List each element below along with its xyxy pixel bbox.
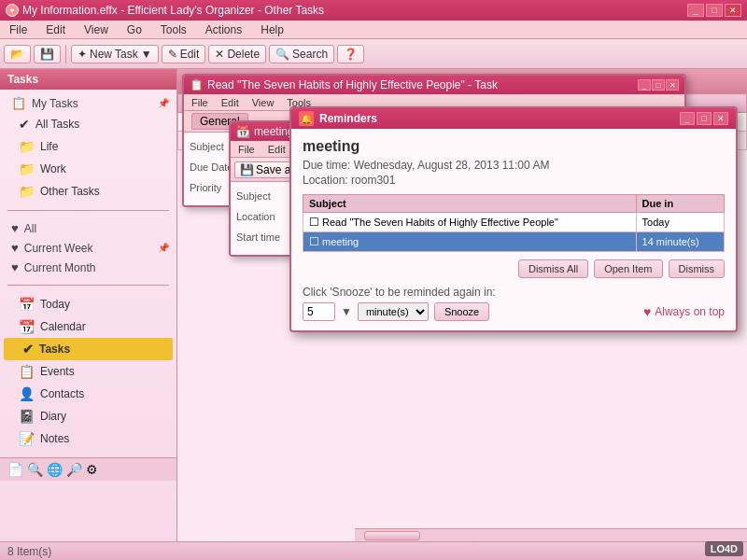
sidebar-item-other-tasks[interactable]: 📁 Other Tasks [0,180,176,203]
menu-bar: File Edit View Go Tools Actions Help [0,21,747,39]
minimize-button[interactable]: _ [687,4,704,17]
dropdown-arrow: ▼ [141,48,152,61]
sidebar-tb-search[interactable]: 🔍 [27,462,43,477]
content-area: Other Tasks ☐ Subject Due Date Priority … [177,69,747,560]
menu-file[interactable]: File [4,22,33,37]
dismiss-all-button[interactable]: Dismiss All [518,259,588,278]
nav-notes[interactable]: 📝 Notes [0,427,176,450]
menu-edit[interactable]: Edit [40,22,71,37]
maximize-button[interactable]: □ [706,4,723,17]
reminder-titlebar: 🔔 Reminders _ □ ✕ [291,108,736,129]
nav-contacts[interactable]: 👤 Contacts [0,383,176,405]
reminder-event-name: meeting [303,138,725,155]
events-icon: 📋 [19,364,35,379]
help-button[interactable]: ❓ [337,45,364,63]
reminder-close[interactable]: ✕ [713,112,728,125]
window-title: My Information.effx - Efficient Lady's O… [22,4,324,17]
snooze-dropdown-arrow[interactable]: ▼ [341,305,352,318]
nav-section: 📅 Today 📆 Calendar ✔ Tasks 📋 Events 👤 Co… [0,289,176,454]
sidebar-item-work[interactable]: 📁 Work [0,158,176,180]
nav-calendar[interactable]: 📆 Calendar [0,315,176,338]
edit-icon: ✎ [168,48,177,61]
sidebar-tb-settings[interactable]: ⚙ [86,462,98,477]
reminder-row-1[interactable]: ☐ Read "The Seven Habits of Highly Effec… [303,213,725,232]
menu-actions[interactable]: Actions [200,22,247,37]
reminder-controls[interactable]: _ □ ✕ [680,112,728,125]
status-bar: 8 Item(s) [0,541,747,560]
task-window-controls[interactable]: _ □ ✕ [638,79,679,91]
close-button[interactable]: ✕ [725,4,741,17]
status-text: 8 Item(s) [7,545,51,558]
new-task-icon: ✦ [78,48,87,61]
sidebar-my-tasks[interactable]: 📋 My Tasks 📌 [0,93,176,113]
tasks-icon: ✔ [22,342,34,357]
reminder-window: 🔔 Reminders _ □ ✕ meeting Due time: Wedn… [289,106,738,332]
always-on-top-toggle[interactable]: ♥ Always on top [643,304,725,319]
toolbar-btn-generic2[interactable]: 💾 [34,45,61,63]
event-menu-edit[interactable]: Edit [264,144,289,155]
title-bar-controls[interactable]: _ □ ✕ [687,4,741,17]
separator1 [65,45,66,63]
sidebar-tb-find[interactable]: 🔎 [66,462,82,477]
menu-go[interactable]: Go [121,22,148,37]
reminder-minimize[interactable]: _ [680,112,695,125]
folder-work-icon: 📁 [19,161,35,176]
filter-all[interactable]: ♥ All [0,218,176,238]
filter-current-week[interactable]: ♥ Current Week 📌 [0,238,176,258]
main-layout: Tasks 📋 My Tasks 📌 ✔ All Tasks 📁 Life 📁 … [0,69,747,560]
toolbar-btn-generic1[interactable]: 📂 [4,45,31,63]
folder-life-icon: 📁 [19,139,35,154]
rem-col-due: Due in [636,195,724,213]
menu-view[interactable]: View [78,22,114,37]
search-button[interactable]: 🔍 Search [269,45,334,63]
filter-section: ♥ All ♥ Current Week 📌 ♥ Current Month [0,215,176,281]
sidebar-tb-new[interactable]: 📄 [7,462,23,477]
my-tasks-section: 📋 My Tasks 📌 ✔ All Tasks 📁 Life 📁 Work 📁… [0,90,176,206]
folder-icon: 📂 [10,48,24,61]
menu-help[interactable]: Help [255,22,289,37]
snooze-button[interactable]: Snooze [434,302,489,321]
reminder-row-2[interactable]: ☐ meeting 14 minute(s) [303,232,725,252]
menu-tools[interactable]: Tools [155,22,192,37]
snooze-value-input[interactable] [303,302,335,321]
search-icon: 🔍 [275,48,289,61]
sidebar-tb-web[interactable]: 🌐 [47,462,63,477]
nav-events[interactable]: 📋 Events [0,360,176,383]
task-close[interactable]: ✕ [666,79,679,91]
task-maximize[interactable]: □ [652,79,665,91]
open-item-button[interactable]: Open Item [594,259,662,278]
task-menu-file[interactable]: File [188,97,212,108]
sidebar-divider2 [7,285,169,286]
delete-button[interactable]: ✕ Delete [208,45,266,63]
pin-icon: 📌 [158,98,169,108]
reminder-maximize[interactable]: □ [697,112,712,125]
heart-icon-all: ♥ [11,221,19,235]
sidebar-item-life[interactable]: 📁 Life [0,135,176,158]
nav-tasks[interactable]: ✔ Tasks [4,338,173,360]
filter-current-month[interactable]: ♥ Current Month [0,258,176,277]
notes-icon: 📝 [19,431,35,446]
task-minimize[interactable]: _ [638,79,651,91]
today-icon: 📅 [19,297,35,312]
scrollbar-thumb[interactable] [364,531,420,540]
task-menu-edit[interactable]: Edit [218,97,243,108]
event-menu-file[interactable]: File [234,144,259,155]
new-task-button[interactable]: ✦ New Task ▼ [71,45,159,63]
sidebar-item-all-tasks[interactable]: ✔ All Tasks [0,113,176,135]
snooze-label: Click 'Snooze' to be reminded again in: [303,286,496,299]
snooze-unit-select[interactable]: minute(s) hour(s) [358,302,429,321]
edit-button[interactable]: ✎ Edit [162,45,206,63]
sidebar-divider1 [7,210,169,211]
task-window-titlebar: 📋 Read "The Seven Habits of Highly Effec… [184,76,684,94]
title-bar: ♥ My Information.effx - Efficient Lady's… [0,0,747,21]
reminder-location: Location: room301 [303,174,725,187]
task-menu-view[interactable]: View [248,97,278,108]
task-window-title-left: 📋 Read "The Seven Habits of Highly Effec… [190,78,498,91]
nav-diary[interactable]: 📓 Diary [0,405,176,427]
dismiss-button[interactable]: Dismiss [669,259,726,278]
sidebar-header: Tasks [0,69,176,90]
horizontal-scrollbar[interactable] [355,528,747,541]
save-close-icon: 💾 [240,163,254,176]
nav-today[interactable]: 📅 Today [0,293,176,315]
heart-icon: ♥ [643,304,651,319]
